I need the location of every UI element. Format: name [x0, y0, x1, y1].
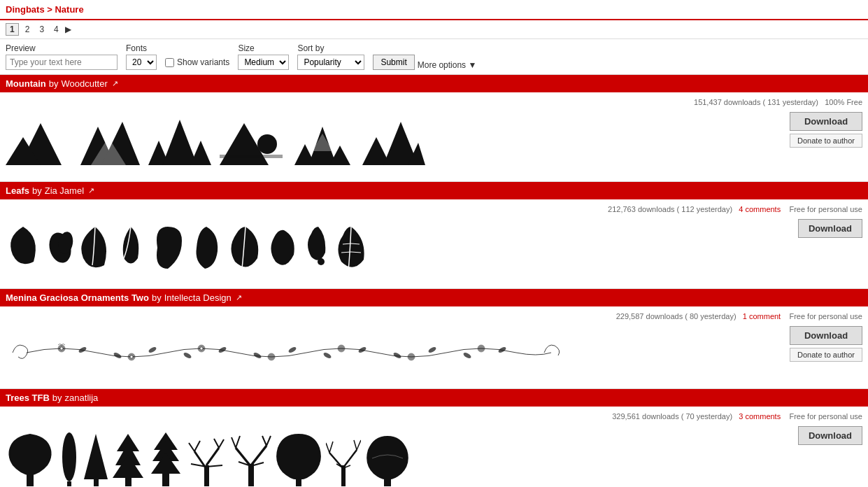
- size-label: Size: [238, 43, 289, 53]
- font-author-menina: Intellecta Design: [164, 292, 232, 303]
- svg-point-27: [200, 347, 203, 350]
- submit-button[interactable]: Submit: [373, 55, 414, 70]
- fonts-group: Fonts 20: [126, 43, 157, 70]
- download-count-menina: 229,587: [616, 312, 644, 320]
- download-area-mountain: Download Donate to author: [790, 112, 862, 148]
- font-name-mountain: Mountain: [6, 78, 46, 89]
- font-by-mountain: by: [49, 78, 59, 89]
- yesterday-count-mountain: 131: [767, 98, 780, 106]
- svg-point-38: [287, 346, 297, 353]
- font-meta-trees: 329,561 downloads ( 70 yesterday) 3 comm…: [6, 412, 862, 421]
- fonts-select[interactable]: 20: [126, 55, 157, 70]
- breadcrumb-dingbats[interactable]: Dingbats: [6, 4, 45, 15]
- svg-marker-52: [113, 455, 143, 478]
- font-preview-trees: [6, 423, 862, 487]
- svg-point-42: [427, 346, 436, 353]
- svg-point-33: [113, 351, 122, 359]
- show-variants-checkbox[interactable]: [165, 58, 174, 67]
- size-select[interactable]: Medium Small Large: [238, 55, 289, 70]
- donate-button-menina[interactable]: Donate to author: [790, 348, 862, 362]
- font-author-mountain: Woodcutter: [62, 78, 108, 89]
- svg-point-37: [252, 351, 262, 359]
- tree-glyph-10: [365, 430, 411, 486]
- comments-menina[interactable]: 1 comment: [743, 312, 781, 320]
- svg-point-30: [408, 353, 415, 360]
- font-preview-menina: [6, 323, 862, 383]
- svg-point-23: [60, 347, 63, 350]
- preview-input[interactable]: [6, 55, 118, 70]
- leaf-glyph-8: [269, 223, 300, 276]
- tree-glyph-3: [84, 430, 108, 486]
- svg-line-63: [189, 443, 194, 451]
- font-header-mountain: Mountain by Woodcutter ↗: [0, 75, 868, 92]
- comments-trees[interactable]: 3 comments: [739, 412, 781, 421]
- download-button-menina[interactable]: Download: [790, 326, 862, 345]
- page-4[interactable]: 4: [50, 24, 62, 35]
- fonts-label: Fonts: [126, 43, 157, 53]
- font-name-trees: Trees TFB: [6, 393, 50, 403]
- svg-line-72: [262, 436, 266, 446]
- svg-line-79: [343, 450, 357, 467]
- donate-button-mountain[interactable]: Donate to author: [790, 134, 862, 148]
- svg-point-9: [257, 134, 277, 154]
- mountain-glyph-5: [291, 116, 354, 169]
- license-trees: Free for personal use: [789, 412, 862, 421]
- svg-line-60: [206, 448, 219, 465]
- external-link-mountain[interactable]: ↗: [112, 79, 118, 88]
- svg-line-64: [194, 441, 200, 451]
- svg-rect-10: [220, 155, 283, 158]
- svg-line-70: [232, 437, 236, 448]
- pagination-next[interactable]: ▶: [65, 24, 71, 34]
- svg-line-69: [251, 446, 266, 465]
- page-3[interactable]: 3: [36, 24, 48, 35]
- svg-point-36: [218, 346, 227, 353]
- svg-point-46: [62, 432, 76, 481]
- font-by-leafs: by: [32, 185, 42, 196]
- svg-point-41: [392, 351, 401, 359]
- svg-line-80: [326, 443, 329, 453]
- breadcrumb: Dingbats > Nature: [0, 0, 868, 20]
- font-meta-mountain: 151,437 downloads ( 131 yesterday) 100% …: [6, 98, 862, 106]
- font-section-trees: Trees TFB by zanatlija 329,561 downloads…: [0, 389, 868, 487]
- size-group: Size Medium Small Large: [238, 43, 289, 70]
- font-name-leafs: Leafs: [6, 185, 29, 196]
- tree-glyph-9: [326, 430, 361, 486]
- svg-marker-14: [312, 134, 333, 151]
- tree-glyph-7: [230, 430, 272, 486]
- sortby-select[interactable]: Popularity Alphabetical Downloads Date: [297, 55, 364, 70]
- svg-rect-49: [94, 478, 99, 486]
- tree-glyph-6: [187, 430, 226, 486]
- ornament-preview-svg: [6, 330, 565, 376]
- svg-line-65: [214, 439, 219, 448]
- svg-point-25: [130, 355, 133, 358]
- download-area-trees: Download: [798, 426, 862, 445]
- svg-point-20: [318, 258, 325, 265]
- yesterday-count-leafs: 112: [681, 205, 694, 213]
- svg-marker-48: [84, 434, 108, 479]
- font-content-leafs: 212,763 downloads ( 112 yesterday) 4 com…: [0, 199, 868, 288]
- svg-line-81: [329, 442, 333, 453]
- pagination: 1 2 3 4 ▶: [0, 20, 868, 39]
- leaf-glyph-3: [80, 223, 111, 276]
- font-name-menina: Menina Graciosa Ornaments Two: [6, 292, 149, 303]
- page-1[interactable]: 1: [6, 23, 19, 36]
- svg-rect-57: [162, 472, 169, 486]
- yesterday-count-menina: 80: [690, 312, 698, 320]
- comments-leafs[interactable]: 4 comments: [739, 205, 781, 213]
- download-button-mountain[interactable]: Download: [790, 112, 862, 131]
- tree-glyph-8: [276, 430, 322, 486]
- external-link-menina[interactable]: ↗: [236, 293, 242, 302]
- more-options-button[interactable]: More options ▼: [418, 60, 477, 70]
- font-by-trees: by: [52, 393, 62, 403]
- download-button-leafs[interactable]: Download: [798, 219, 862, 238]
- font-preview-mountain: [6, 109, 862, 176]
- external-link-leafs[interactable]: ↗: [88, 186, 94, 195]
- svg-line-66: [219, 439, 224, 448]
- sortby-label: Sort by: [297, 43, 364, 53]
- svg-line-71: [236, 436, 240, 448]
- license-mountain: 100% Free: [825, 98, 862, 106]
- font-content-trees: 329,561 downloads ( 70 yesterday) 3 comm…: [0, 407, 868, 487]
- page-2[interactable]: 2: [22, 24, 34, 35]
- download-button-trees[interactable]: Download: [798, 426, 862, 445]
- breadcrumb-text: Dingbats > Nature: [6, 4, 84, 15]
